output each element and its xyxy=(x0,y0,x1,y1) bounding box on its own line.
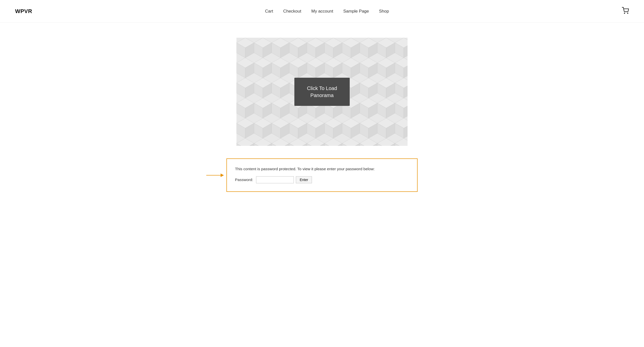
nav-cart[interactable]: Cart xyxy=(265,9,273,14)
main-nav: Cart Checkout My account Sample Page Sho… xyxy=(265,9,389,14)
nav-shop[interactable]: Shop xyxy=(379,9,389,14)
svg-marker-7 xyxy=(221,173,224,177)
password-protected-message: This content is password protected. To v… xyxy=(235,166,409,172)
site-logo: WPVR xyxy=(15,8,32,15)
password-protection-wrapper: This content is password protected. To v… xyxy=(226,158,418,192)
nav-my-account[interactable]: My account xyxy=(311,9,333,14)
arrow-indicator xyxy=(206,171,224,179)
panorama-viewer: Click To Load Panorama xyxy=(236,38,408,146)
load-panorama-button[interactable]: Click To Load Panorama xyxy=(294,78,350,106)
nav-checkout[interactable]: Checkout xyxy=(283,9,301,14)
cart-icon[interactable] xyxy=(622,7,629,16)
svg-point-0 xyxy=(624,13,625,13)
password-form: Password: Enter xyxy=(235,176,409,183)
password-label: Password: xyxy=(235,178,253,182)
password-box: This content is password protected. To v… xyxy=(226,158,418,192)
nav-sample-page[interactable]: Sample Page xyxy=(343,9,369,14)
password-input[interactable] xyxy=(256,176,294,183)
svg-point-1 xyxy=(627,13,628,13)
enter-button[interactable]: Enter xyxy=(296,176,312,183)
